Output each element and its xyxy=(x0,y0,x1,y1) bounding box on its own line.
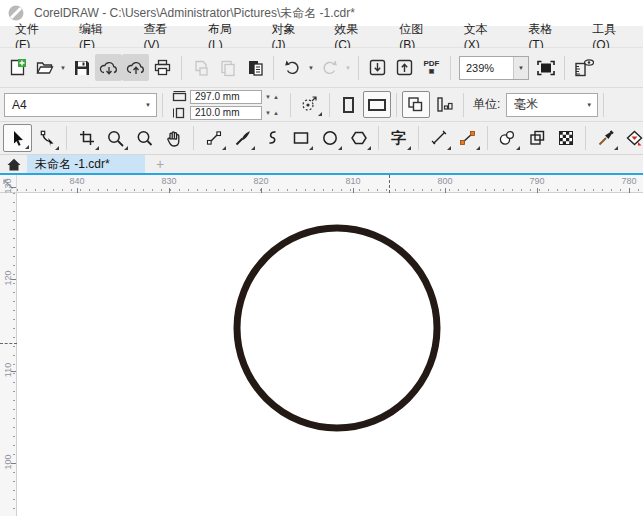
connector-tool[interactable] xyxy=(453,124,482,152)
publish-pdf-button[interactable]: PDF▣ xyxy=(418,54,445,81)
ellipse-tool[interactable] xyxy=(315,124,344,152)
ellipse-shape[interactable] xyxy=(17,193,643,516)
ruler-cursor-mark-y xyxy=(0,343,17,344)
new-tab-button[interactable]: + xyxy=(145,155,175,173)
transparency-tool[interactable] xyxy=(522,124,551,152)
all-pages-button[interactable] xyxy=(402,91,430,118)
redo-dropdown-caret[interactable]: ▼ xyxy=(343,65,353,71)
undo-dropdown-caret[interactable]: ▼ xyxy=(306,65,316,71)
interactive-fill-tool[interactable] xyxy=(620,124,643,152)
dimension-tool[interactable] xyxy=(424,124,453,152)
corel-draw-window: CorelDRAW - C:\Users\Administrator\Pictu… xyxy=(0,0,643,516)
save-floppy-icon xyxy=(73,59,91,77)
pick-arrow-icon xyxy=(9,129,27,147)
new-document-button[interactable] xyxy=(4,54,31,81)
units-combobox[interactable]: 毫米 ▼ xyxy=(506,93,598,117)
polygon-tool[interactable] xyxy=(344,124,373,152)
paintbrush-icon xyxy=(234,129,252,147)
redo-button[interactable] xyxy=(316,54,343,81)
zoom-tool[interactable] xyxy=(101,124,130,152)
toolbox-separator xyxy=(66,126,67,150)
toolbox: 字 xyxy=(0,122,643,155)
undo-button[interactable] xyxy=(279,54,306,81)
transparency-icon xyxy=(528,129,546,147)
crop-icon xyxy=(78,129,96,147)
propbar-separator xyxy=(463,93,464,117)
welcome-home-button[interactable] xyxy=(0,155,27,173)
import-icon xyxy=(368,58,387,77)
ruler-cursor-mark-x xyxy=(389,175,390,193)
current-page-button[interactable] xyxy=(430,91,458,118)
eyedropper-tool[interactable] xyxy=(591,124,620,152)
landscape-orientation-button[interactable] xyxy=(363,91,391,118)
crop-tool[interactable] xyxy=(72,124,101,152)
export-button[interactable] xyxy=(391,54,418,81)
property-bar: A4 ▼ 297.0 mm ▼▲ 210.0 mm ▼▲ xyxy=(0,88,643,122)
ellipse-icon xyxy=(321,129,339,147)
copy-button[interactable] xyxy=(214,54,241,81)
pdf-icon: PDF▣ xyxy=(424,60,440,75)
hand-icon xyxy=(164,129,183,148)
print-icon xyxy=(153,58,172,77)
coreldraw-logo-icon xyxy=(8,5,24,21)
rectangle-tool[interactable] xyxy=(286,124,315,152)
plus-icon: + xyxy=(156,156,164,172)
bspline-tool[interactable] xyxy=(257,124,286,152)
show-rulers-button[interactable] xyxy=(570,54,597,81)
save-button[interactable] xyxy=(68,54,95,81)
portrait-orientation-button[interactable] xyxy=(335,91,363,118)
magnifier-icon xyxy=(106,129,125,148)
landscape-icon xyxy=(368,99,386,111)
toolbar-separator xyxy=(181,56,182,80)
paste-icon xyxy=(246,59,264,77)
zoom-level-caret[interactable]: ▼ xyxy=(513,57,528,79)
toolbar-separator xyxy=(273,56,274,80)
ruler-row: 840830820810800790780 xyxy=(0,175,643,193)
pan-tool[interactable] xyxy=(159,124,188,152)
page-height-spinner[interactable]: ▼▲ xyxy=(265,110,281,116)
page-size-combobox[interactable]: A4 ▼ xyxy=(4,93,157,117)
shape-tool[interactable] xyxy=(32,124,61,152)
toolbar-separator xyxy=(450,56,451,80)
paste-button[interactable] xyxy=(241,54,268,81)
nudge-offset-button[interactable] xyxy=(296,91,324,118)
horizontal-ruler[interactable]: 840830820810800790780 xyxy=(17,175,643,193)
cut-button[interactable] xyxy=(187,54,214,81)
print-button[interactable] xyxy=(149,54,176,81)
fill-diamond-icon xyxy=(625,129,643,147)
page-width-spinner[interactable]: ▼▲ xyxy=(265,94,281,100)
cut-icon xyxy=(192,59,210,77)
units-label: 单位: xyxy=(473,96,500,113)
drawing-canvas[interactable] xyxy=(17,193,643,516)
text-tool[interactable]: 字 xyxy=(384,124,413,152)
checkerboard-icon xyxy=(557,129,575,147)
cloud-upload-button[interactable] xyxy=(122,54,149,81)
zoom-out-tool[interactable] xyxy=(130,124,159,152)
freehand-tool[interactable] xyxy=(199,124,228,152)
open-button[interactable] xyxy=(31,54,58,81)
document-tab-active[interactable]: 未命名 -1.cdr* xyxy=(27,155,145,173)
page-height-field[interactable]: 210.0 mm xyxy=(190,106,262,120)
pick-tool[interactable] xyxy=(3,124,32,152)
pattern-fill-tool[interactable] xyxy=(551,124,580,152)
toolbar-separator xyxy=(564,56,565,80)
toolbox-separator xyxy=(378,126,379,150)
page-width-field[interactable]: 297.0 mm xyxy=(190,90,262,104)
propbar-separator xyxy=(162,93,163,117)
page-size-caret: ▼ xyxy=(140,102,156,108)
dimension-line-icon xyxy=(430,129,448,147)
zoom-level-value: 239% xyxy=(460,62,513,74)
vertical-ruler[interactable]: 130120110100 xyxy=(0,193,17,516)
page-dimensions: 297.0 mm ▼▲ 210.0 mm ▼▲ xyxy=(172,90,281,120)
shadow-tool[interactable] xyxy=(493,124,522,152)
fullscreen-preview-button[interactable] xyxy=(532,54,559,81)
zoom-level-combobox[interactable]: 239% ▼ xyxy=(459,56,529,80)
cloud-download-button[interactable] xyxy=(95,54,122,81)
units-caret: ▼ xyxy=(581,102,597,108)
undo-icon xyxy=(283,58,302,77)
import-button[interactable] xyxy=(364,54,391,81)
artistic-media-tool[interactable] xyxy=(228,124,257,152)
open-dropdown-caret[interactable]: ▼ xyxy=(58,65,68,71)
standard-toolbar: ▼ xyxy=(0,48,643,88)
toolbox-separator xyxy=(585,126,586,150)
